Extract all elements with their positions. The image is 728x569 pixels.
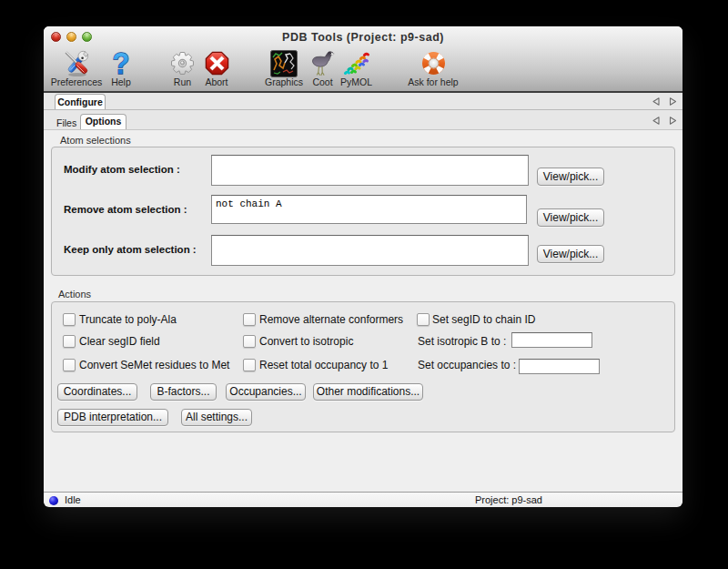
svg-text:?: ? — [113, 49, 130, 77]
